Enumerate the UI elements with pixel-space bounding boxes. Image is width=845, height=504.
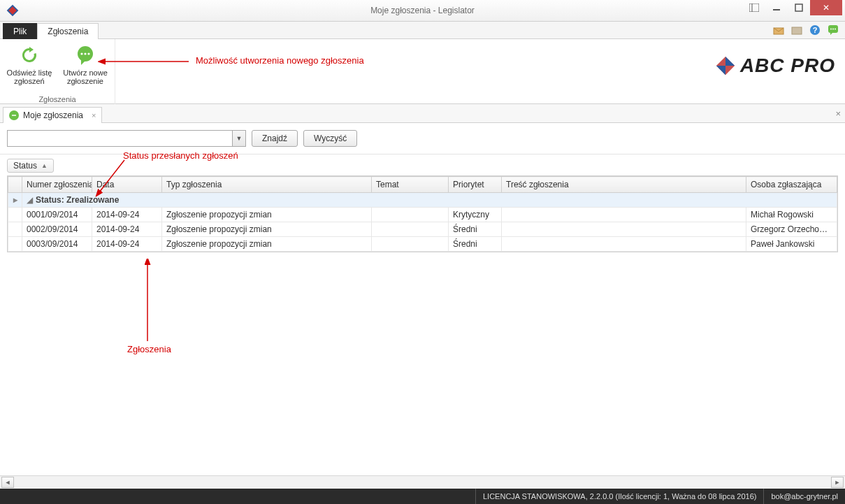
svg-point-13 [832, 29, 834, 30]
scroll-left-icon[interactable]: ◄ [1, 477, 14, 488]
svg-point-17 [80, 52, 82, 55]
col-date[interactable]: Data [92, 177, 162, 193]
ribbon: Odśwież listę zgłoszeń Utwórz nowe zgłos… [0, 39, 845, 104]
svg-text:?: ? [813, 26, 818, 34]
horizontal-scrollbar[interactable]: ◄ ► [0, 475, 845, 489]
reports-grid: Numer zgłoszenia Data Typ zgłoszenia Tem… [7, 175, 838, 252]
reports-table: Numer zgłoszenia Data Typ zgłoszenia Tem… [8, 176, 837, 252]
annotation-create: Możliwość utworzenia nowego zgłoszenia [196, 55, 364, 66]
svg-point-25 [13, 115, 15, 116]
help-icon[interactable]: ? [809, 24, 821, 36]
svg-point-19 [87, 52, 89, 55]
col-reporter[interactable]: Osoba zgłaszająca [746, 177, 837, 193]
cell-type: Zgłoszenie propozycji zmian [162, 222, 372, 237]
row-indicator-header [8, 177, 22, 193]
clear-button[interactable]: Wyczyść [303, 130, 357, 147]
svg-marker-16 [81, 59, 87, 65]
col-number[interactable]: Numer zgłoszenia [22, 177, 92, 193]
col-type[interactable]: Typ zgłoszenia [162, 177, 372, 193]
tab-file[interactable]: Plik [3, 23, 37, 39]
create-report-button[interactable]: Utwórz nowe zgłoszenie [57, 42, 113, 87]
cell-date: 2014-09-24 [92, 208, 162, 222]
window-layout-icon[interactable] [743, 0, 765, 15]
find-button[interactable]: Znajdź [252, 130, 298, 147]
group-status-chip[interactable]: Status ▲ [7, 159, 54, 173]
close-button[interactable]: ✕ [810, 0, 842, 15]
table-row[interactable]: 0003/09/2014 2014-09-24 Zgłoszenie propo… [8, 237, 837, 252]
cell-number: 0003/09/2014 [22, 237, 92, 252]
create-report-label: Utwórz nowe zgłoszenie [63, 69, 108, 85]
annotation-arrow-list [137, 259, 158, 343]
cell-reporter: Grzegorz Orzechowski [746, 222, 837, 237]
cell-subject [372, 237, 449, 252]
tab-my-reports[interactable]: Moje zgłoszenia × [3, 107, 102, 123]
svg-point-26 [15, 115, 16, 116]
svg-rect-5 [795, 4, 802, 11]
collapse-icon[interactable]: ◢ [27, 195, 33, 205]
search-bar: ▼ Znajdź Wyczyść [0, 123, 845, 154]
svg-point-12 [830, 29, 832, 30]
refresh-list-label: Odśwież listę zgłoszeń [7, 69, 52, 85]
annotation-list: Zgłoszenia [127, 344, 171, 354]
menu-tabs: Plik Zgłoszenia ? [0, 22, 845, 39]
ribbon-group-reports: Odśwież listę zgłoszeń Utwórz nowe zgłos… [0, 39, 115, 106]
table-row[interactable]: 0001/09/2014 2014-09-24 Zgłoszenie propo… [8, 208, 837, 222]
tab-close-icon[interactable]: × [92, 111, 96, 120]
svg-rect-2 [749, 3, 759, 12]
refresh-icon [17, 43, 41, 67]
dropdown-icon[interactable]: ▼ [232, 131, 245, 146]
brand-logo: ABC PRO [715, 55, 835, 77]
status-email: bok@abc-grytner.pl [763, 489, 845, 504]
cell-priority: Krytyczny [449, 208, 502, 222]
chat-icon[interactable] [827, 24, 839, 36]
cell-content [502, 222, 746, 237]
cell-number: 0001/09/2014 [22, 208, 92, 222]
scroll-right-icon[interactable]: ► [831, 477, 844, 488]
inbox-icon[interactable] [772, 24, 785, 36]
col-priority[interactable]: Priorytet [449, 177, 502, 193]
group-status-label: Status [13, 161, 37, 171]
refresh-list-button[interactable]: Odśwież listę zgłoszeń [1, 42, 57, 87]
table-header-row: Numer zgłoszenia Data Typ zgłoszenia Tem… [8, 177, 837, 193]
app-icon [4, 2, 21, 19]
folder-icon[interactable] [790, 24, 803, 36]
window-title: Moje zgłoszenia - Legislator [0, 6, 845, 15]
svg-marker-22 [725, 57, 735, 66]
svg-point-24 [12, 115, 13, 116]
cell-subject [372, 222, 449, 237]
cell-reporter: Michał Rogowski [746, 208, 837, 222]
tab-chat-icon [9, 110, 19, 120]
cell-reporter: Paweł Jankowski [746, 237, 837, 252]
search-input[interactable] [8, 131, 232, 146]
col-subject[interactable]: Temat [372, 177, 449, 193]
col-content[interactable]: Treść zgłoszenia [502, 177, 746, 193]
cell-content [502, 208, 746, 222]
tab-my-reports-label: Moje zgłoszenia [23, 110, 83, 120]
svg-point-18 [84, 52, 86, 55]
logo-text: ABC PRO [740, 55, 835, 77]
group-area: Status ▲ Status przesłanych zgłoszeń [0, 154, 845, 175]
svg-point-14 [835, 29, 836, 30]
search-combo[interactable]: ▼ [7, 130, 246, 147]
cell-date: 2014-09-24 [92, 237, 162, 252]
panel-close-icon[interactable]: × [835, 108, 841, 119]
group-header-text: Status: Zrealizowane [36, 195, 119, 205]
cell-priority: Średni [449, 237, 502, 252]
cell-type: Zgłoszenie propozycji zmian [162, 208, 372, 222]
group-header-row[interactable]: ▸ ◢Status: Zrealizowane [8, 193, 837, 208]
row-pointer-icon: ▸ [8, 193, 22, 208]
cell-type: Zgłoszenie propozycji zmian [162, 237, 372, 252]
table-row[interactable]: 0002/09/2014 2014-09-24 Zgłoszenie propo… [8, 222, 837, 237]
cell-date: 2014-09-24 [92, 222, 162, 237]
cell-content [502, 237, 746, 252]
svg-rect-4 [773, 9, 780, 10]
maximize-button[interactable] [788, 0, 810, 15]
speech-bubble-icon [73, 43, 97, 67]
ribbon-group-title: Zgłoszenia [38, 95, 75, 103]
minimize-button[interactable] [765, 0, 788, 15]
tab-reports[interactable]: Zgłoszenia [37, 23, 99, 39]
svg-rect-7 [792, 27, 802, 34]
sort-asc-icon: ▲ [41, 162, 48, 169]
status-bar: LICENCJA STANOWISKOWA, 2.2.0.0 (Ilość li… [0, 489, 845, 504]
cell-number: 0002/09/2014 [22, 222, 92, 237]
